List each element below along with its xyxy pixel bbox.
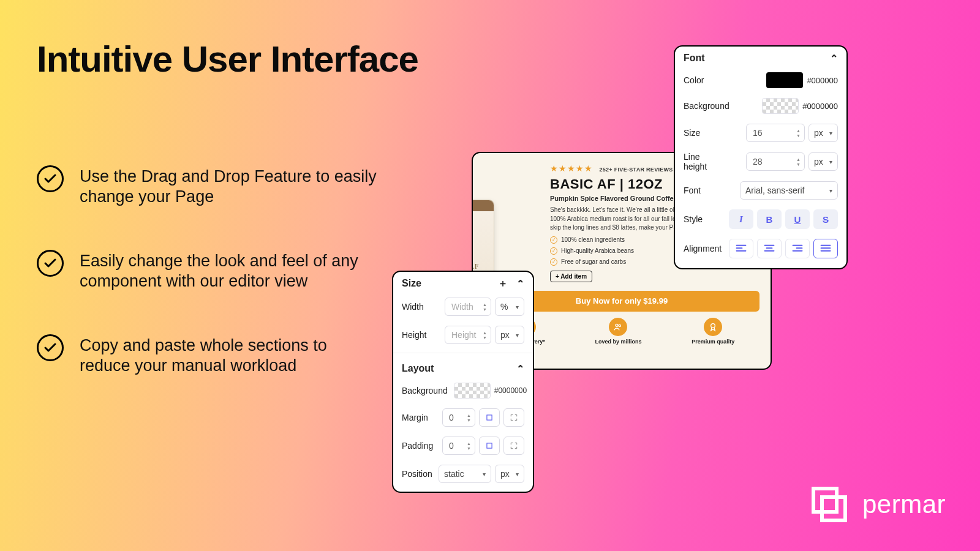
background-value: #0000000 [494,386,527,395]
box-model-button[interactable] [479,408,500,427]
bullet-text: Copy and paste whole sections to reduce … [80,334,380,376]
size-panel-title: Size [402,278,421,289]
chevron-up-icon[interactable]: ⌃ [516,279,524,288]
svg-rect-9 [822,497,845,520]
height-input[interactable]: Height▲▼ [445,326,491,344]
position-unit-select[interactable]: px▾ [495,465,524,483]
svg-point-3 [616,324,618,326]
bullet-item: Easily change the look and feel of any c… [37,250,380,291]
font-panel-title: Font [684,53,705,64]
logo-icon [810,485,849,524]
chevron-up-icon[interactable]: ⌃ [829,54,838,62]
font-size-unit-select[interactable]: px▾ [809,124,838,142]
bullet-text: Use the Drag and Drop Feature to easily … [80,165,380,207]
badge: Loved by millions [595,318,641,345]
align-right-button[interactable] [785,239,810,258]
align-left-button[interactable] [729,239,753,258]
size-panel: Size ＋ ⌃ Width Width▲▼ %▾ Height Height▲… [392,271,534,493]
feature-text: Free of sugar and carbs [561,258,626,265]
badge-label: Loved by millions [595,339,641,345]
page-title: Intuitive User Interface [37,38,418,80]
check-icon [37,250,64,277]
background-swatch[interactable] [762,98,799,114]
svg-point-5 [711,323,715,328]
background-label: Background [684,101,729,111]
line-height-unit-select[interactable]: px▾ [809,152,838,171]
add-item-button[interactable]: + Add item [550,271,592,282]
italic-button[interactable]: I [729,209,753,229]
font-family-select[interactable]: Arial, sans-serif▾ [740,181,838,200]
color-swatch[interactable] [766,72,803,88]
style-label: Style [684,214,703,224]
bullet-list: Use the Drag and Drop Feature to easily … [37,165,380,419]
width-input[interactable]: Width▲▼ [445,298,491,316]
position-select[interactable]: static▾ [439,465,491,483]
bullet-text: Easily change the look and feel of any c… [80,250,380,291]
line-height-label: Line height [684,152,720,171]
background-swatch[interactable] [454,383,491,399]
align-center-button[interactable] [757,239,782,258]
svg-rect-6 [487,415,492,420]
logo-text: permar [862,490,946,519]
bullet-item: Copy and paste whole sections to reduce … [37,334,380,376]
bullet-item: Use the Drag and Drop Feature to easily … [37,165,380,207]
expand-button[interactable] [503,437,524,455]
alignment-label: Alignment [684,244,722,253]
brand-logo: permar [810,485,946,524]
box-model-button[interactable] [479,437,500,455]
svg-rect-8 [813,489,837,512]
font-size-input[interactable]: 16▲▼ [746,124,805,142]
position-label: Position [402,469,432,479]
plus-icon[interactable]: ＋ [499,279,507,288]
color-label: Color [684,75,704,85]
font-family-label: Font [684,186,701,195]
award-icon [704,318,722,336]
svg-point-4 [619,324,620,326]
padding-input[interactable]: 0▲▼ [442,437,475,455]
check-icon [37,334,64,361]
svg-rect-7 [487,443,492,448]
check-icon: ✓ [550,258,557,266]
background-value: #0000000 [802,102,838,111]
line-height-input[interactable]: 28▲▼ [746,152,805,171]
check-icon [37,165,64,192]
size-label: Size [684,128,700,138]
bag-label: BASIC AF [472,262,494,271]
check-icon: ✓ [550,247,557,255]
badge-label: Premium quality [692,339,734,345]
align-justify-button[interactable] [813,239,838,258]
layout-panel-title: Layout [402,363,434,374]
font-panel: Font ⌃ Color #000000 Background #0000000… [674,45,848,269]
strikethrough-button[interactable]: S [813,209,838,229]
star-icon: ★★★★★ [550,163,593,173]
chevron-up-icon[interactable]: ⌃ [516,364,524,373]
padding-label: Padding [402,441,433,451]
expand-button[interactable] [503,408,524,427]
check-icon: ✓ [550,236,557,244]
bold-button[interactable]: B [757,209,782,229]
feature-text: 100% clean ingredients [561,236,625,243]
margin-label: Margin [402,413,428,422]
height-unit-select[interactable]: px▾ [495,326,524,344]
width-label: Width [402,302,424,312]
color-value: #000000 [807,76,838,85]
underline-button[interactable]: U [785,209,810,229]
feature-text: High-quality Arabica beans [561,247,634,254]
people-icon [609,318,627,336]
margin-input[interactable]: 0▲▼ [442,408,475,427]
reviews-count: 252+ FIVE-STAR REVIEWS [599,167,673,173]
width-unit-select[interactable]: %▾ [495,298,524,316]
badge: Premium quality [692,318,734,345]
height-label: Height [402,330,426,340]
background-label: Background [402,386,448,395]
